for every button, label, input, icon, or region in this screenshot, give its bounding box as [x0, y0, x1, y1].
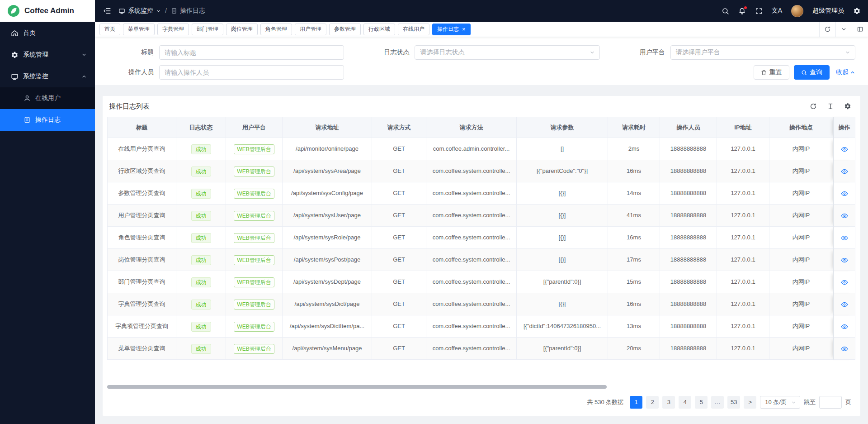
column-settings-gear-icon[interactable] — [844, 103, 851, 110]
refresh-icon[interactable] — [819, 22, 835, 37]
table-cell: /api/system/sysMenu/page — [283, 338, 372, 360]
sidebar-item-home[interactable]: 首页 — [0, 22, 95, 44]
reset-button[interactable]: 重置 — [754, 65, 789, 80]
column-header: 操作人员 — [660, 117, 717, 138]
operator-filter-input[interactable] — [159, 65, 344, 80]
cell-user-platform: WEB管理后台 — [226, 182, 283, 205]
page-size-select[interactable]: 10 条/页 — [760, 396, 800, 409]
avatar[interactable] — [791, 5, 803, 17]
title-filter-input[interactable] — [159, 45, 344, 60]
cell-actions — [833, 227, 855, 249]
sidebar-item-system-monitor[interactable]: 系统监控 — [0, 66, 95, 87]
table-cell: 16ms — [608, 293, 660, 315]
sidebar-toggle-icon[interactable] — [103, 7, 111, 15]
horizontal-scrollbar[interactable] — [107, 385, 856, 389]
user-platform-filter-label: 用户平台 — [611, 48, 670, 57]
tab-label: 部门管理 — [197, 25, 218, 33]
table-cell: [{}] — [517, 249, 608, 271]
settings-gear-icon[interactable] — [853, 7, 861, 15]
tab-item[interactable]: 用户管理 — [295, 24, 326, 35]
table-cell: 18888888888 — [660, 227, 717, 249]
page-button[interactable]: 1 — [630, 396, 642, 409]
tab-label: 参数管理 — [334, 25, 356, 33]
tab-label: 用户管理 — [300, 25, 321, 33]
page-button[interactable]: 2 — [646, 396, 659, 409]
sidebar-item-operation-logs[interactable]: 操作日志 — [0, 109, 95, 131]
sidebar-item-system-management[interactable]: 系统管理 — [0, 44, 95, 66]
username[interactable]: 超级管理员 — [812, 7, 844, 15]
layout-icon[interactable] — [852, 22, 868, 37]
card-title: 操作日志列表 — [109, 102, 150, 111]
operator-filter: 操作人员 — [99, 65, 344, 80]
table-cell: 内网IP — [769, 205, 833, 227]
page-button[interactable]: 5 — [695, 396, 708, 409]
translate-icon[interactable]: 文A — [772, 7, 782, 15]
next-page-button[interactable]: > — [744, 396, 756, 409]
tab-item[interactable]: 首页 — [99, 24, 120, 35]
table-cell: [{}] — [517, 293, 608, 315]
breadcrumb: 系统监控 / 操作日志 — [118, 7, 205, 15]
platform-badge: WEB管理后台 — [234, 300, 274, 310]
view-detail-eye-icon[interactable] — [841, 345, 848, 353]
view-detail-eye-icon[interactable] — [841, 146, 848, 153]
chevron-down-icon — [845, 50, 850, 55]
search-button-label: 查询 — [810, 68, 822, 76]
view-detail-eye-icon[interactable] — [841, 323, 848, 330]
menu-label: 系统监控 — [23, 72, 48, 81]
tab-item[interactable]: 操作日志× — [432, 24, 471, 35]
user-platform-select[interactable]: 请选择用户平台 — [670, 45, 855, 60]
menu-label: 系统管理 — [23, 51, 48, 59]
table-cell: 15ms — [608, 271, 660, 293]
collapse-button[interactable]: 收起 — [836, 68, 855, 76]
density-icon[interactable] — [827, 103, 834, 110]
tab-close-icon[interactable]: × — [462, 26, 466, 32]
view-detail-eye-icon[interactable] — [841, 279, 848, 286]
jump-page-input[interactable] — [819, 396, 842, 409]
tab-item[interactable]: 在线用户 — [398, 24, 429, 35]
breadcrumb-system-monitor[interactable]: 系统监控 — [118, 7, 161, 15]
tab-item[interactable]: 角色管理 — [260, 24, 292, 35]
tab-item[interactable]: 参数管理 — [329, 24, 361, 35]
tab-actions-chevron-down-icon[interactable] — [835, 22, 852, 37]
view-detail-eye-icon[interactable] — [841, 234, 848, 242]
tab-item[interactable]: 字典管理 — [157, 24, 189, 35]
search-button[interactable]: 查询 — [794, 65, 830, 80]
cell-user-platform: WEB管理后台 — [226, 160, 283, 182]
tab-item[interactable]: 行政区域 — [363, 24, 395, 35]
platform-badge: WEB管理后台 — [234, 344, 274, 354]
search-icon[interactable] — [722, 7, 729, 15]
page-button[interactable]: 53 — [727, 396, 740, 409]
table-cell: [{}] — [517, 205, 608, 227]
refresh-icon[interactable] — [810, 103, 817, 110]
table-cell: /api/system/sysConfig/page — [283, 182, 372, 205]
tab-item[interactable]: 菜单管理 — [123, 24, 155, 35]
notification-bell-icon[interactable] — [738, 7, 746, 15]
view-detail-eye-icon[interactable] — [841, 301, 848, 308]
filter-panel: 标题 日志状态 请选择日志状态 用户平台 — [95, 37, 868, 85]
table-cell: 内网IP — [769, 293, 833, 315]
page-button[interactable]: 3 — [662, 396, 675, 409]
view-detail-eye-icon[interactable] — [841, 168, 848, 175]
fullscreen-icon[interactable] — [755, 7, 763, 15]
operation-log-card: 操作日志列表 标题日志状态用户平台请求地址请求方式请 — [103, 96, 860, 416]
table-cell: com.coffee.system.controlle... — [426, 315, 517, 338]
table-row: 在线用户分页查询成功WEB管理后台/api/monitor/online/pag… — [107, 138, 855, 160]
scrollbar-thumb[interactable] — [107, 385, 607, 389]
column-header: 请求方法 — [426, 117, 517, 138]
sidebar-item-online-users[interactable]: 在线用户 — [0, 87, 95, 109]
table-row: 用户管理分页查询成功WEB管理后台/api/system/sysUser/pag… — [107, 205, 855, 227]
tab-item[interactable]: 岗位管理 — [226, 24, 258, 35]
tab-item[interactable]: 部门管理 — [192, 24, 223, 35]
page-ellipsis[interactable]: ... — [711, 396, 724, 409]
log-status-select[interactable]: 请选择日志状态 — [415, 45, 599, 60]
view-detail-eye-icon[interactable] — [841, 190, 848, 197]
chevron-up-icon — [81, 74, 87, 79]
chevron-down-icon — [590, 50, 595, 55]
view-detail-eye-icon[interactable] — [841, 257, 848, 264]
table-row: 部门管理分页查询成功WEB管理后台/api/system/sysDept/pag… — [107, 271, 855, 293]
page-button[interactable]: 4 — [679, 396, 691, 409]
cell-log-status: 成功 — [176, 293, 226, 315]
view-detail-eye-icon[interactable] — [841, 212, 848, 219]
table-cell: com.coffee.system.controlle... — [426, 338, 517, 360]
coffee-logo-icon — [7, 5, 20, 17]
